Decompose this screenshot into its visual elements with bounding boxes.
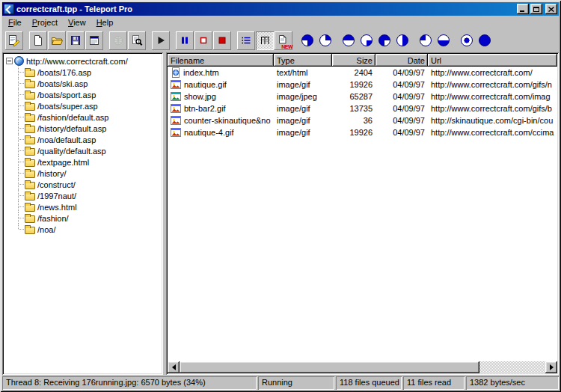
abort-button[interactable] [213,31,231,50]
scrollbar-thumb[interactable] [180,361,479,373]
column-header-type[interactable]: Type [274,54,332,67]
file-row[interactable]: btn-bar2.gifimage/gif1373504/09/97http:/… [168,102,557,114]
tree-item[interactable]: /1997naut/ [4,190,161,201]
dial-1-icon [301,34,313,46]
toolbar-group: NEW [237,31,292,50]
tree-item[interactable]: /boats/super.asp [4,100,161,111]
tree-item-label: /textpage.html [35,158,91,167]
file-row[interactable]: counter-skinautique&no...image/gif3604/0… [168,114,557,126]
file-url: http://skinautique.com/cgi-bin/cou [428,116,557,125]
tree-item-label: /boats/ski.asp [35,79,90,88]
tree-item[interactable]: /boats/sport.asp [4,89,161,100]
menu-project[interactable]: Project [27,16,63,28]
tree-item-label: /fashion/default.asp [35,113,111,122]
toolbar: NEW [2,29,559,52]
scrollbar-track[interactable] [180,361,545,373]
tree-item[interactable]: /history/ [4,168,161,179]
tree-connector [14,201,25,212]
tree-item[interactable]: /textpage.html [4,156,161,168]
tree-item[interactable]: /history/default.asp [4,123,161,134]
pause-icon [179,34,191,46]
details-view-button[interactable] [256,31,274,50]
new-project-wizard-button[interactable] [5,31,23,50]
file-row[interactable]: nautique-4.gifimage/gif1992604/09/97http… [168,126,557,138]
search-button[interactable] [128,31,146,50]
dial-7-button[interactable] [417,31,434,50]
dial-8-button[interactable] [435,31,452,50]
toolbar-group [298,31,334,50]
tree-item[interactable]: /boats/176.asp [4,67,161,78]
menu-file[interactable]: File [3,16,27,28]
close-button[interactable] [545,4,557,14]
list-view-button[interactable] [237,31,255,50]
menu-view[interactable]: View [63,16,91,28]
column-header-date[interactable]: Date [375,54,428,67]
tree-item[interactable]: /noa/default.asp [4,134,161,145]
statusbar: Thread 8: Receiving 176running.jpg: 6570… [2,376,559,390]
column-header-label: Size [357,56,373,65]
scroll-left-button[interactable] [168,361,180,373]
horizontal-scrollbar[interactable] [168,361,557,373]
dial-5-button[interactable] [375,31,393,50]
collapse-expander-icon[interactable] [6,58,13,64]
app-icon[interactable] [4,4,14,14]
gif-file-icon [171,79,182,90]
status-message: Thread 8: Receiving 176running.jpg: 6570… [2,376,257,390]
file-row[interactable]: index.htmtext/html240404/09/97http://www… [168,67,557,79]
new-files-button[interactable]: NEW [275,31,292,50]
stop-button[interactable] [194,31,212,50]
file-size: 19926 [332,128,375,137]
file-date: 04/09/97 [375,116,428,125]
column-header-url[interactable]: Url [428,54,557,67]
project-properties-button[interactable] [85,31,103,50]
dial-9-button[interactable] [458,31,475,50]
dial-3-button[interactable] [340,31,357,50]
tree-connector [14,156,25,168]
start-icon [155,34,167,46]
tree-item-label: /fashion/ [35,214,71,223]
tree-item[interactable]: /construct/ [4,179,161,190]
tree-connector [14,212,25,224]
dial-4-button[interactable] [358,31,375,50]
maximize-button[interactable] [530,4,542,14]
tree-item[interactable]: /noa/ [4,224,161,235]
file-row[interactable]: nautique.gifimage/gif1992604/09/97http:/… [168,79,557,91]
status-files-read: 11 files read [403,376,465,390]
dial-6-button[interactable] [393,31,411,50]
tree-item[interactable]: /fashion/ [4,212,161,224]
column-header-label: Type [277,56,295,65]
column-header-filename[interactable]: Filename [168,54,274,67]
start-button[interactable] [152,31,170,50]
file-row[interactable]: show.jpgimage/jpeg6528704/09/97http://ww… [168,91,557,102]
tree-item[interactable]: /quality/default.asp [4,145,161,156]
tree-item[interactable]: /news.html [4,201,161,212]
properties-icon [88,34,100,46]
open-project-button[interactable] [48,31,66,50]
tree-root[interactable]: http://www.correctcraft.com/ [4,55,161,67]
folder-icon [25,171,35,178]
file-name-cell: show.jpg [168,91,274,102]
minimize-button[interactable] [517,4,529,14]
pause-button[interactable] [176,31,194,50]
tree-item-label: /noa/default.asp [35,135,98,144]
list-icon [240,34,252,46]
tree-item[interactable]: /boats/ski.asp [4,78,161,89]
column-header-size[interactable]: Size [332,54,375,67]
file-size: 19926 [332,80,375,89]
dial-2-button[interactable] [316,31,334,50]
dial-10-icon [479,34,491,46]
save-project-button[interactable] [67,31,85,50]
tree-connector [14,67,25,78]
file-name-cell: btn-bar2.gif [168,103,274,114]
dial-10-button[interactable] [476,31,493,50]
tree-connector [14,145,25,156]
file-list-headers: FilenameTypeSizeDateUrl [168,54,557,67]
menu-help[interactable]: Help [91,16,119,28]
tree-root-label: http://www.correctcraft.com/ [24,57,130,66]
file-date: 04/09/97 [375,104,428,113]
tree-connector [14,111,25,123]
scroll-right-button[interactable] [545,361,557,373]
tree-item[interactable]: /fashion/default.asp [4,111,161,123]
dial-1-button[interactable] [298,31,316,50]
new-project-button[interactable] [29,31,47,50]
